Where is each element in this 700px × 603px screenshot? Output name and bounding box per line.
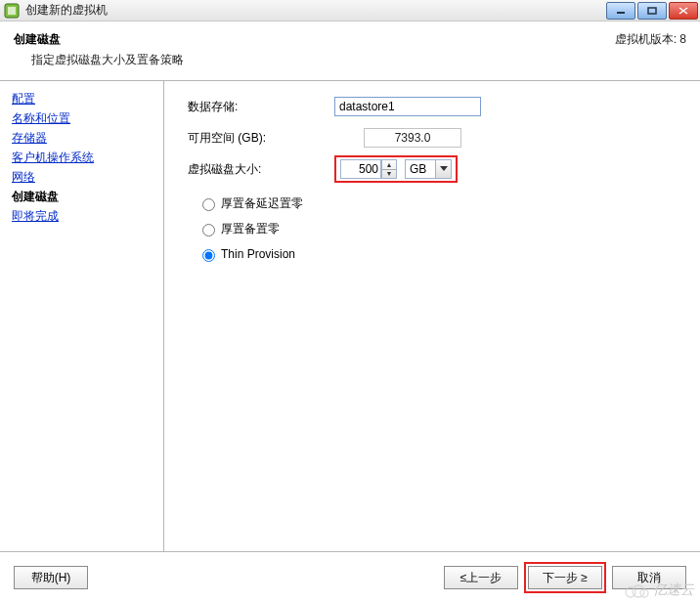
svg-rect-1	[8, 7, 16, 15]
chevron-down-icon[interactable]	[435, 160, 451, 178]
radio-thick-lazy[interactable]	[202, 198, 215, 211]
disksize-unit-value: GB	[406, 162, 435, 176]
nav-step-ready[interactable]: 即将完成	[12, 206, 159, 226]
disksize-label: 虚拟磁盘大小:	[188, 161, 334, 178]
radio-thick-lazy-label: 厚置备延迟置零	[221, 195, 303, 212]
disksize-input[interactable]	[340, 159, 381, 179]
disksize-spinner[interactable]: ▲ ▼	[381, 159, 397, 179]
disksize-highlight: ▲ ▼ GB	[334, 155, 458, 183]
freespace-value: 7393.0	[364, 128, 461, 148]
page-title: 创建磁盘	[14, 31, 184, 48]
datastore-label: 数据存储:	[188, 99, 334, 115]
titlebar: 创建新的虚拟机	[0, 0, 700, 22]
nav-step-network[interactable]: 网络	[12, 167, 159, 187]
nav-step-guest-os[interactable]: 客户机操作系统	[12, 148, 159, 167]
next-button-highlight: 下一步 ≥	[524, 562, 606, 593]
radio-thick-eager-label: 厚置备置零	[221, 221, 280, 237]
next-button[interactable]: 下一步 ≥	[528, 566, 602, 589]
radio-thin-provision[interactable]	[202, 249, 215, 262]
radio-thick-eager[interactable]	[202, 224, 215, 237]
radio-thin-provision-label: Thin Provision	[221, 247, 295, 261]
datastore-field[interactable]: datastore1	[334, 97, 481, 116]
window-title: 创建新的虚拟机	[25, 2, 604, 19]
wizard-steps-sidebar: 配置 名称和位置 存储器 客户机操作系统 网络 创建磁盘 即将完成	[0, 81, 164, 551]
wizard-footer: 帮助(H) ≤上一步 下一步 ≥ 取消	[0, 551, 700, 603]
spinner-down-icon[interactable]: ▼	[382, 170, 396, 179]
nav-step-storage[interactable]: 存储器	[12, 128, 159, 148]
close-button[interactable]	[669, 2, 698, 20]
disksize-unit-select[interactable]: GB	[405, 159, 452, 179]
app-icon	[4, 3, 20, 19]
maximize-button[interactable]	[637, 2, 667, 20]
nav-step-name-location[interactable]: 名称和位置	[12, 108, 159, 128]
window-controls	[604, 2, 698, 20]
form-panel: 数据存储: datastore1 可用空间 (GB): 7393.0 虚拟磁盘大…	[164, 81, 700, 551]
cancel-button[interactable]: 取消	[612, 566, 686, 589]
nav-step-config[interactable]: 配置	[12, 89, 159, 108]
back-button[interactable]: ≤上一步	[444, 566, 518, 589]
nav-step-create-disk: 创建磁盘	[12, 187, 159, 206]
svg-marker-6	[440, 166, 448, 171]
freespace-label: 可用空间 (GB):	[188, 130, 334, 147]
minimize-button[interactable]	[606, 2, 635, 20]
page-subtitle: 指定虚拟磁盘大小及置备策略	[31, 52, 184, 68]
help-button[interactable]: 帮助(H)	[14, 566, 88, 589]
wizard-header: 创建磁盘 指定虚拟磁盘大小及置备策略 虚拟机版本: 8	[0, 22, 700, 81]
vm-version-label: 虚拟机版本: 8	[615, 31, 686, 68]
svg-rect-3	[648, 8, 656, 14]
spinner-up-icon[interactable]: ▲	[382, 160, 396, 170]
